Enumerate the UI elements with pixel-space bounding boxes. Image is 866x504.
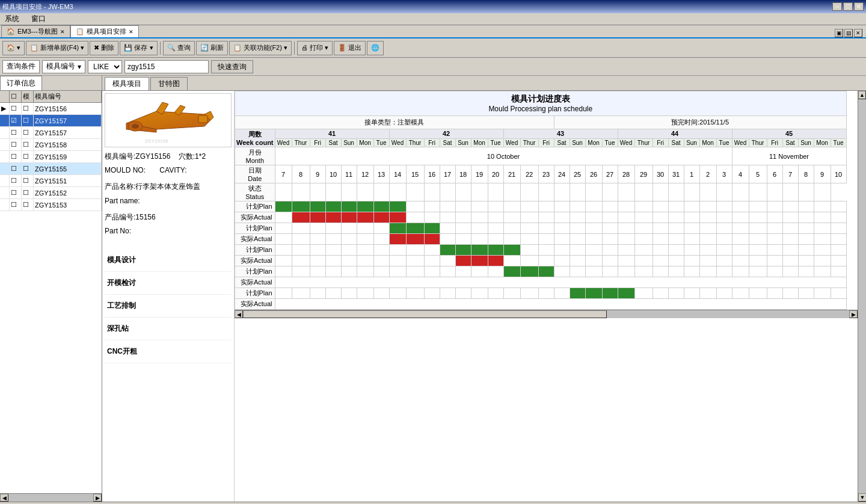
list-item[interactable]: ☐ ☐ ZGY15153 [0,199,102,211]
scroll-left-btn[interactable]: ◀ [235,310,243,318]
tab-gantt[interactable]: 甘特图 [150,77,188,90]
empty-cell [440,266,455,277]
actual-cell [341,212,357,223]
empty-cell [684,288,699,299]
empty-cell [749,201,767,212]
list-item[interactable]: ☐ ☐ ZGY15159 [0,151,102,163]
empty-cell [488,212,503,223]
delete-button[interactable]: ✖ 删除 [90,41,118,55]
tab-mould-item[interactable]: 模具项目 [105,77,149,90]
process-plan-label: 计划Plan [235,245,275,256]
refresh-button[interactable]: 🔄 刷新 [196,41,228,55]
minimize-button[interactable]: ─ [832,2,842,11]
empty-cell [602,245,618,256]
empty-cell [325,223,341,234]
empty-cell [585,266,602,277]
col-checkbox-all[interactable]: ☐ [10,91,22,102]
day-tue2: Tue [488,138,503,147]
list-item[interactable]: ☑ ☐ ZGY15157 [0,115,102,127]
operator-select[interactable]: LIKE = != > < [88,60,122,73]
horizontal-scrollbar[interactable]: ◀ ▶ [235,310,858,318]
field-dropdown-icon[interactable]: ▾ [78,63,81,71]
title-bar: 模具项目安排 - JW-EM3 ─ □ ✕ [0,0,866,13]
day-fri3: Fri [538,138,554,147]
save-button[interactable]: 💾 保存 ▾ [120,41,157,55]
list-item[interactable]: ☐ ☐ ZGY15151 [0,175,102,187]
empty-cell [585,212,602,223]
empty-cell [782,234,798,245]
scroll-down-btn[interactable]: ▼ [858,493,866,502]
empty-cell [424,212,440,223]
list-item[interactable]: ☐ ☐ ZGY15157 [0,127,102,139]
day-thur1: Thur [292,138,310,147]
plan-cell [520,266,538,277]
actual-cell [488,256,503,266]
maximize-button[interactable]: □ [843,2,853,11]
empty-cell [373,234,389,245]
day-fri1: Fri [310,138,325,147]
empty-cell [831,256,846,266]
empty-cell [732,212,749,223]
empty-cell [831,245,846,256]
month-november: 11 November [732,147,846,165]
empty-cell [310,288,325,299]
panel-btn-1[interactable]: ▣ [835,29,843,37]
empty-cell [749,256,767,266]
scroll-right-btn[interactable]: ▶ [93,494,102,502]
list-item[interactable]: ☐ ☐ ZGY15155 [0,163,102,175]
mould-review-plan-row: 计划Plan [235,223,847,234]
tab-mould-project[interactable]: 📋 模具项目安排 ✕ [70,25,139,37]
week-42: 42 [389,129,503,139]
search-condition-label: 查询条件 [2,60,40,73]
vertical-scrollbar[interactable]: ▲ ▼ [858,91,866,502]
home-button[interactable]: 🏠 ▾ [2,41,25,55]
deep-drill-actual-row: 实际Actual [235,277,847,288]
scroll-left-btn[interactable]: ◀ [0,494,8,502]
empty-cell [602,212,618,223]
empty-cell [520,256,538,266]
actual-cell [357,212,373,223]
panel-btn-2[interactable]: ▤ [844,29,853,37]
empty-cell [520,223,538,234]
quick-search-button[interactable]: 快速查询 [211,60,253,73]
menu-window[interactable]: 窗口 [29,13,48,25]
empty-cell [798,245,814,256]
query-button[interactable]: 🔍 查询 [163,41,195,55]
part-no-en: Part No: [105,226,232,237]
day-sat2: Sat [440,138,455,147]
list-item[interactable]: ▶ ☐ ☐ ZGY15156 [0,103,102,115]
panel-close-btn[interactable]: ✕ [854,29,862,37]
close-button[interactable]: ✕ [854,2,864,11]
tab-navigation[interactable]: 🏠 EM3---导航图 ✕ [1,25,70,37]
gantt-area[interactable]: ▲ ▼ 模具计划进度表 Mould Processing plan schedu… [235,91,866,502]
print-button[interactable]: 🖨 打印 ▾ [297,41,333,55]
actual-cell [455,256,471,266]
empty-cell [503,223,520,234]
empty-cell [373,223,389,234]
day-tue1: Tue [373,138,389,147]
left-scroll-bar[interactable]: ◀ ▶ [0,493,102,502]
plan-cell [406,223,424,234]
scroll-right-btn[interactable]: ▶ [849,310,858,318]
empty-cell [668,288,684,299]
left-tab-order[interactable]: 订单信息 [0,76,42,90]
tab-mould-close[interactable]: ✕ [129,29,134,35]
tab-nav-close[interactable]: ✕ [60,29,65,35]
menu-system[interactable]: 系统 [2,13,22,25]
list-item[interactable]: ☐ ☐ ZGY15152 [0,187,102,199]
empty-cell [373,256,389,266]
gantt-title-row: 模具计划进度表 Mould Processing plan schedule [235,91,847,116]
empty-cell [798,256,814,266]
scroll-up-btn[interactable]: ▲ [858,91,866,99]
empty-cell [699,288,716,299]
new-record-button[interactable]: 📋 新增单据(F4) ▾ [26,41,88,55]
plan-cell [389,201,406,212]
exit-button[interactable]: 🚪 退出 [334,41,366,55]
search-input[interactable] [124,60,209,73]
date-9b: 9 [814,165,831,183]
list-item[interactable]: ☐ ☐ ZGY15158 [0,139,102,151]
web-button[interactable]: 🌐 [367,41,384,55]
related-button[interactable]: 📋 关联功能(F2) ▾ [229,41,292,55]
cnc-actual-row: 实际Actual [235,299,847,310]
empty-cell [749,223,767,234]
